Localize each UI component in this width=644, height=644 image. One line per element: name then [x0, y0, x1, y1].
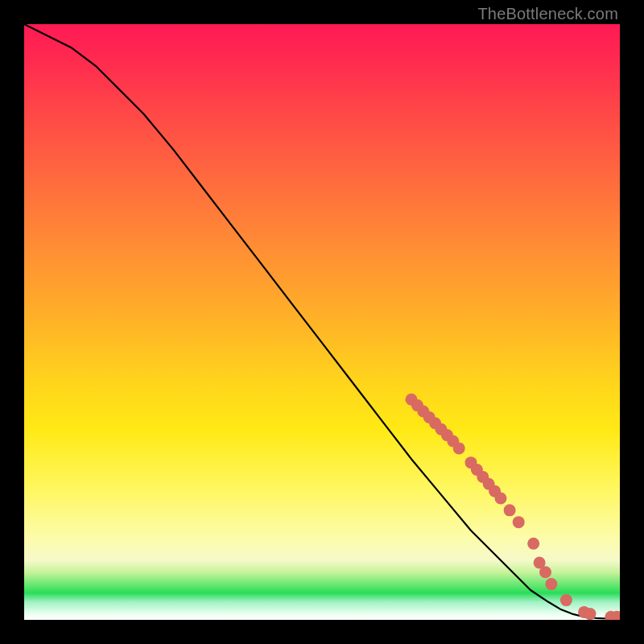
chart-frame: TheBottleneck.com: [0, 0, 644, 644]
curve-marker: [453, 442, 465, 454]
plot-area: [24, 24, 620, 620]
curve-marker: [539, 566, 551, 578]
curve-marker: [527, 538, 539, 550]
curve-marker: [584, 608, 597, 620]
curve-marker: [560, 594, 572, 606]
bottleneck-curve: [24, 24, 620, 619]
curve-marker: [545, 578, 557, 590]
curve-markers: [406, 394, 621, 620]
curve-marker: [513, 516, 525, 528]
watermark-text: TheBottleneck.com: [477, 5, 618, 23]
curve-marker: [504, 504, 516, 516]
curve-marker: [495, 493, 507, 505]
chart-svg: [24, 24, 620, 620]
